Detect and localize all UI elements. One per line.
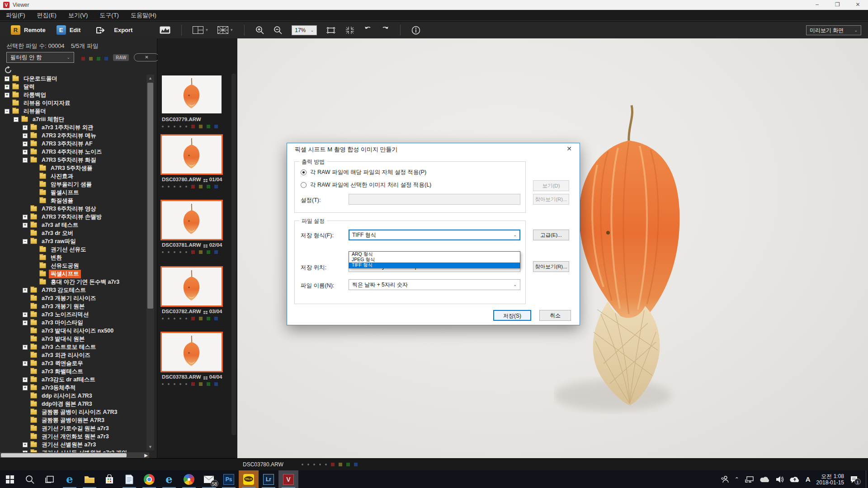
- cloud-sync-icon[interactable]: [790, 476, 800, 483]
- thumbnail-item[interactable]: DSC03780.ARW 01/04: [160, 136, 226, 188]
- rating-dot[interactable]: [168, 126, 170, 127]
- tree-expander-icon[interactable]: +: [23, 141, 28, 146]
- show-desktop-strip[interactable]: [866, 470, 866, 488]
- tree-folder-item[interactable]: 변환: [0, 253, 145, 262]
- filter-label-swatches[interactable]: [81, 57, 108, 61]
- tree-folder-item[interactable]: − a7r3 raw파일: [0, 237, 145, 245]
- tree-folder-item[interactable]: a7r3 dr 오버: [0, 229, 145, 237]
- color-label-swatch[interactable]: [199, 250, 203, 254]
- tree-folder-item[interactable]: 사진효과: [0, 172, 145, 180]
- color-label-swatch[interactable]: [214, 250, 218, 254]
- tree-folder-item[interactable]: A7R3 5주차샘플: [0, 164, 145, 172]
- minimize-button[interactable]: –: [807, 0, 827, 10]
- rating-dot[interactable]: [325, 464, 327, 465]
- restore-button[interactable]: ❐: [827, 0, 848, 10]
- tree-folder-item[interactable]: 굴짬뽕 골뱅이 리사이즈 A7R3: [0, 408, 145, 416]
- color-label-swatch[interactable]: [81, 57, 85, 61]
- tree-folder-item[interactable]: a7r3 발대식 원본: [0, 335, 145, 343]
- tree-folder-item[interactable]: a7r3 발대식 리사이즈 nx500: [0, 327, 145, 335]
- tree-folder-item[interactable]: + a7r3 스트로보 테스트: [0, 343, 145, 351]
- onedrive-icon[interactable]: [760, 476, 770, 483]
- viewer-app-icon[interactable]: V: [278, 470, 298, 488]
- radio-own-settings[interactable]: 각 RAW 파일에 해당 파일의 자체 설정 적용(P): [301, 169, 426, 176]
- tree-expander-icon[interactable]: +: [23, 133, 28, 138]
- rating-dot[interactable]: [174, 186, 175, 188]
- radio-selected-settings[interactable]: 각 RAW 파일에 선택한 이미지 처리 설정 적용(L): [301, 181, 431, 189]
- preview-mode-select[interactable]: 미리보기 화면⌄: [806, 25, 861, 35]
- thumbnail-item[interactable]: DSC03783.ARW 04/04: [160, 333, 226, 386]
- menu-item[interactable]: 편집(E): [31, 11, 62, 19]
- color-label-swatch[interactable]: [214, 125, 218, 128]
- color-label-swatch[interactable]: [207, 317, 210, 320]
- color-label-swatch[interactable]: [191, 185, 195, 188]
- rotate-left-icon[interactable]: [364, 26, 372, 35]
- layout-split-icon[interactable]: ▼: [193, 26, 208, 34]
- tree-horizontal-scrollbar[interactable]: ▶: [0, 452, 149, 458]
- rating-dot[interactable]: [185, 126, 187, 127]
- rating-dot[interactable]: [185, 186, 187, 188]
- format-option[interactable]: JPEG 형식: [349, 257, 520, 263]
- thumbnail-image[interactable]: [162, 136, 222, 174]
- ime-indicator[interactable]: A: [806, 475, 811, 483]
- thumbnail-item[interactable]: DSC03779.ARW: [160, 75, 226, 128]
- zoom-level-select[interactable]: 17%⌄: [292, 25, 317, 35]
- color-label-swatch[interactable]: [207, 125, 210, 128]
- menu-item[interactable]: 파일(F): [0, 11, 31, 19]
- color-label-swatch[interactable]: [199, 125, 203, 128]
- tree-folder-item[interactable]: a7r3 화밸테스트: [0, 367, 145, 375]
- layout-dropdown-arrow[interactable]: ▼: [205, 28, 208, 32]
- dialog-close-icon[interactable]: ✕: [564, 145, 574, 154]
- thumbnail-marks[interactable]: [162, 125, 226, 128]
- color-label-swatch[interactable]: [191, 382, 195, 386]
- task-view-icon[interactable]: [40, 470, 60, 488]
- menu-item[interactable]: 보기(V): [62, 11, 94, 19]
- rating-dot[interactable]: [168, 186, 170, 188]
- tree-folder-item[interactable]: a7r3 개봉기 리사이즈: [0, 294, 145, 302]
- tree-expander-icon[interactable]: +: [23, 442, 28, 447]
- tree-folder-item[interactable]: + A7R3 4주차리뷰 노이즈: [0, 148, 145, 156]
- tree-folder-item[interactable]: − A7R3 5주차리뷰 화질: [0, 156, 145, 164]
- tree-expander-icon[interactable]: +: [5, 76, 9, 81]
- tree-folder-item[interactable]: + A7R3 2주차리뷰 메뉴: [0, 131, 145, 140]
- tree-folder-item[interactable]: 선유도공원: [0, 262, 145, 270]
- tree-expander-icon[interactable]: +: [23, 312, 28, 317]
- advanced-button[interactable]: 고급(E)...: [533, 230, 569, 240]
- thumbnail-image[interactable]: [162, 333, 222, 371]
- color-label-swatch[interactable]: [354, 463, 358, 466]
- rating-dot[interactable]: [174, 126, 175, 127]
- location-browse-button[interactable]: 찾아보기(R)...: [533, 261, 569, 272]
- tree-expander-icon[interactable]: +: [23, 288, 28, 293]
- tree-folder-item[interactable]: + 라룸백업: [0, 91, 145, 99]
- scrollbar-thumb[interactable]: [147, 83, 153, 309]
- rating-dot[interactable]: [179, 383, 181, 385]
- thumbnail-marks[interactable]: [162, 185, 226, 188]
- file-naming-select[interactable]: 찍은 날짜 + 5자리 숫자⌄: [349, 279, 520, 290]
- color-label-swatch[interactable]: [214, 185, 218, 188]
- color-label-swatch[interactable]: [346, 463, 350, 466]
- thumbnail-marks[interactable]: [162, 382, 226, 386]
- thumbnail-image[interactable]: [162, 75, 222, 113]
- rating-dot[interactable]: [179, 186, 181, 188]
- mail-icon[interactable]: 58: [199, 470, 219, 488]
- actual-size-icon[interactable]: [345, 26, 355, 34]
- file-explorer-icon[interactable]: [80, 470, 99, 488]
- tree-folder-item[interactable]: A7R3 6주차리뷰 영상: [0, 205, 145, 213]
- rating-dot[interactable]: [179, 251, 181, 253]
- thumbnail-marks[interactable]: [162, 317, 226, 320]
- chrome-icon[interactable]: [139, 470, 159, 488]
- rating-dot[interactable]: [185, 318, 187, 319]
- tree-expander-icon[interactable]: +: [23, 150, 28, 155]
- tree-folder-item[interactable]: − 리뷰폴더: [0, 107, 145, 115]
- color-label-swatch[interactable]: [331, 463, 335, 466]
- raw-filter-badge[interactable]: RAW: [113, 54, 129, 61]
- save-format-select[interactable]: TIFF 형식⌄: [349, 230, 520, 240]
- tree-expander-icon[interactable]: +: [23, 125, 28, 130]
- thumbnail-image[interactable]: [162, 267, 222, 305]
- menu-item[interactable]: 도구(T): [94, 11, 125, 19]
- format-option[interactable]: TIFF 형식: [349, 263, 520, 268]
- people-icon[interactable]: [721, 475, 729, 483]
- tree-folder-item[interactable]: + a7r3 af 테스트: [0, 221, 145, 229]
- color-label-swatch[interactable]: [207, 185, 210, 188]
- rating-dot[interactable]: [302, 464, 303, 465]
- color-label-swatch[interactable]: [199, 317, 203, 320]
